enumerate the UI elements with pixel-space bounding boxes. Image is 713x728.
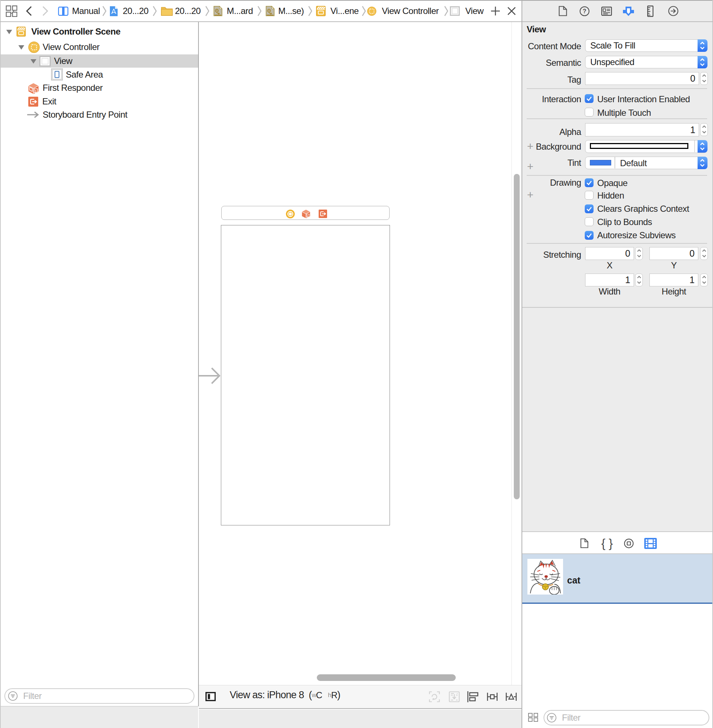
svg-text:1: 1 — [35, 89, 37, 93]
svg-text:?: ? — [583, 8, 586, 14]
